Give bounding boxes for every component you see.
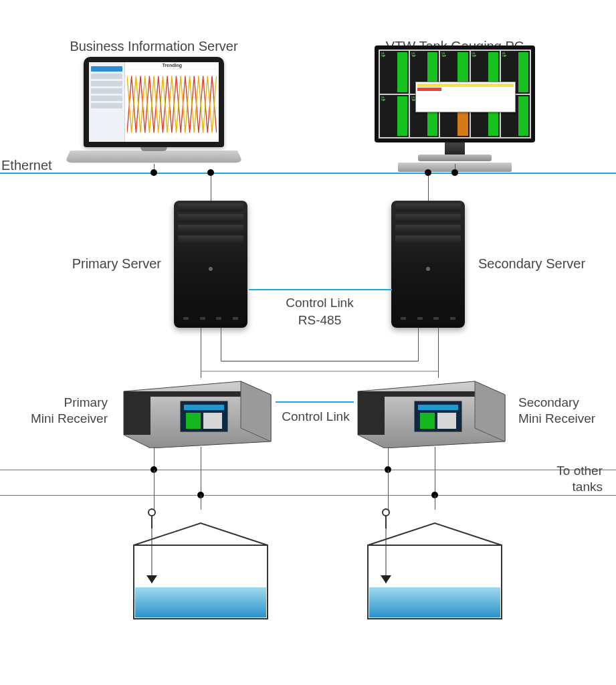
- bus-tank-a: [0, 470, 616, 470]
- svg-rect-16: [358, 391, 475, 397]
- svg-rect-11: [184, 405, 224, 410]
- node-dot: [451, 169, 458, 176]
- svg-point-23: [148, 509, 155, 516]
- svg-rect-13: [203, 413, 222, 429]
- node-dot: [207, 169, 214, 176]
- tank-left-icon: [130, 508, 271, 622]
- svg-rect-25: [135, 587, 266, 617]
- svg-rect-12: [186, 413, 201, 429]
- node-dot: [425, 169, 431, 176]
- svg-rect-21: [437, 413, 456, 429]
- diagram-canvas: Business Information Server VTW Tank Gau…: [0, 0, 616, 685]
- node-dot: [150, 169, 157, 176]
- svg-rect-31: [369, 587, 500, 617]
- svg-rect-7: [124, 391, 150, 435]
- svg-rect-15: [358, 391, 385, 435]
- label-secondary-server: Secondary Server: [478, 256, 585, 272]
- label-control-link-2: Control Link: [282, 409, 349, 424]
- label-control-link: Control Link: [286, 296, 353, 310]
- secondary-receiver-icon: [354, 378, 508, 448]
- label-to-other-tanks: To othertanks: [556, 463, 603, 495]
- svg-rect-8: [124, 391, 241, 397]
- trend-chart: [127, 69, 217, 140]
- monitor-vtw: LVLTMP LVLTMP LVLTMP LVLTMP LVLTMP LVLTM…: [371, 45, 538, 173]
- label-secondary-receiver: SecondaryMini Receiver: [518, 395, 595, 427]
- primary-server-icon: [174, 201, 247, 328]
- svg-rect-20: [420, 413, 435, 429]
- bus-tank-b: [0, 495, 616, 496]
- label-rs485: RS-485: [298, 313, 341, 328]
- label-primary-server: Primary Server: [72, 256, 161, 272]
- label-bis: Business Information Server: [70, 39, 237, 54]
- secondary-server-icon: [391, 201, 465, 328]
- bus-ethernet: [0, 173, 616, 174]
- svg-point-29: [383, 509, 389, 516]
- bus-control-link-rs485: [249, 289, 392, 290]
- label-ethernet: Ethernet: [1, 158, 52, 173]
- label-primary-receiver: PrimaryMini Receiver: [31, 395, 108, 427]
- svg-rect-19: [418, 405, 458, 410]
- laptop-business-info: Trending: [70, 57, 237, 171]
- laptop-chart-title: Trending: [125, 63, 219, 68]
- bus-control-link-2: [276, 401, 354, 403]
- primary-receiver-icon: [120, 378, 274, 448]
- tank-right-icon: [365, 508, 505, 622]
